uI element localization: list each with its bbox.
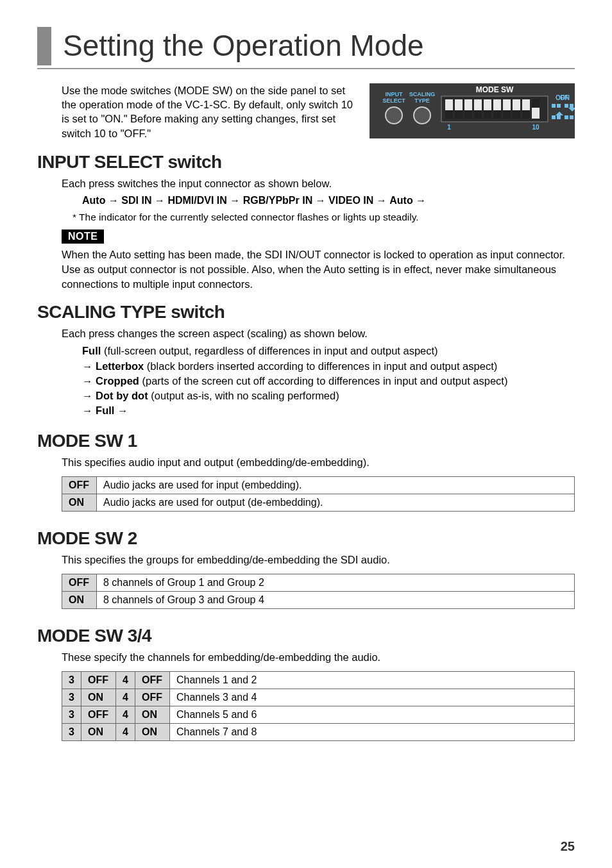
- page-title-block: Setting the Operation Mode: [37, 27, 575, 69]
- svg-rect-26: [565, 104, 568, 108]
- svg-rect-29: [570, 115, 574, 119]
- svg-rect-13: [493, 110, 501, 119]
- svg-rect-24: [552, 115, 556, 119]
- table-col-4-label: 4: [116, 689, 135, 706]
- table-value: Channels 5 and 6: [170, 706, 575, 724]
- input-select-body: Each press switches the input connector …: [62, 176, 575, 191]
- scaling-type-list: Full (full-screen output, regardless of …: [82, 344, 575, 417]
- dip-tick-10: 10: [532, 124, 540, 131]
- table-col-3-label: 3: [62, 706, 81, 724]
- table-col-3-label: 3: [62, 689, 81, 706]
- mode-sw2-table: OFF8 channels of Group 1 and Group 2ON8 …: [62, 574, 575, 609]
- table-col-3-label: 3: [62, 724, 81, 741]
- svg-rect-11: [484, 110, 491, 119]
- table-key: ON: [62, 592, 97, 609]
- table-key: OFF: [62, 574, 97, 592]
- input-select-heading: INPUT SELECT switch: [37, 152, 575, 172]
- scaling-type-label-2: TYPE: [414, 97, 430, 104]
- mode-sw-panel-graphic: INPUT SELECT SCALING TYPE MODE SW 1 10 O…: [370, 83, 575, 138]
- table-value: Channels 3 and 4: [170, 689, 575, 706]
- svg-rect-21: [532, 99, 540, 108]
- table-col-4-label: 4: [116, 672, 135, 689]
- table-col-3-value: OFF: [81, 706, 116, 724]
- svg-rect-5: [455, 110, 463, 119]
- mode-sw34-body: These specify the channels for embedding…: [62, 650, 575, 665]
- mode-sw-label: MODE SW: [476, 85, 514, 94]
- table-row: 3ON4ONChannels 7 and 8: [62, 724, 575, 741]
- table-col-4-value: ON: [135, 706, 170, 724]
- input-select-label: INPUT: [386, 91, 404, 97]
- mode-sw34-heading: MODE SW 3/4: [37, 626, 575, 646]
- svg-rect-22: [552, 104, 556, 108]
- table-col-4-value: OFF: [135, 689, 170, 706]
- input-select-label-2: SELECT: [382, 97, 405, 104]
- scaling-type-label: SCALING: [409, 91, 436, 97]
- scaling-list-item: → Dot by dot (output as-is, with no scal…: [82, 388, 575, 403]
- intro-text: Use the mode switches (MODE SW) on the s…: [62, 83, 357, 140]
- svg-rect-25: [557, 115, 561, 119]
- table-col-3-value: ON: [81, 724, 116, 741]
- mode-sw34-table: 3OFF4OFFChannels 1 and 23ON4OFFChannels …: [62, 671, 575, 741]
- page-title: Setting the Operation Mode: [63, 27, 424, 65]
- on-label: ON: [560, 94, 570, 101]
- scaling-type-heading: SCALING TYPE switch: [37, 302, 575, 322]
- table-col-4-value: OFF: [135, 672, 170, 689]
- table-key: ON: [62, 494, 97, 511]
- table-row: OFF8 channels of Group 1 and Group 2: [62, 574, 575, 592]
- table-row: 3OFF4ONChannels 5 and 6: [62, 706, 575, 724]
- mode-sw2-body: This specifies the groups for embedding/…: [62, 553, 575, 567]
- table-col-3-label: 3: [62, 672, 81, 689]
- table-col-3-value: OFF: [81, 672, 116, 689]
- table-col-4-label: 4: [116, 724, 135, 741]
- table-row: OFFAudio jacks are used for input (embed…: [62, 476, 575, 494]
- table-col-4-value: ON: [135, 724, 170, 741]
- scaling-list-item: → Full →: [82, 403, 575, 418]
- svg-rect-17: [513, 110, 520, 119]
- title-accent-bar: [37, 27, 51, 65]
- table-value: Audio jacks are used for output (de-embe…: [97, 494, 575, 511]
- svg-rect-9: [474, 110, 482, 119]
- table-value: Channels 7 and 8: [170, 724, 575, 741]
- table-row: ON8 channels of Group 3 and Group 4: [62, 592, 575, 609]
- svg-rect-28: [565, 115, 568, 119]
- mode-sw1-table: OFFAudio jacks are used for input (embed…: [62, 476, 575, 512]
- svg-rect-7: [464, 110, 472, 119]
- svg-rect-3: [445, 110, 453, 119]
- scaling-list-item: → Letterbox (black borders inserted acco…: [82, 359, 575, 374]
- dip-tick-1: 1: [447, 124, 451, 131]
- mode-sw1-body: This specifies audio input and output (e…: [62, 455, 575, 470]
- input-select-button-icon: [386, 107, 402, 124]
- table-col-3-value: ON: [81, 689, 116, 706]
- table-value: Audio jacks are used for input (embeddin…: [97, 476, 575, 494]
- table-value: 8 channels of Group 1 and Group 2: [97, 574, 575, 592]
- scaling-type-body: Each press changes the screen aspect (sc…: [62, 326, 575, 341]
- scaling-list-item: → Cropped (parts of the screen cut off a…: [82, 374, 575, 388]
- scaling-type-button-icon: [414, 107, 430, 124]
- page-number: 25: [561, 839, 575, 854]
- table-row: 3OFF4OFFChannels 1 and 2: [62, 672, 575, 689]
- input-select-footnote: * The indicator for the currently select…: [72, 210, 575, 224]
- table-key: OFF: [62, 476, 97, 494]
- note-badge: NOTE: [62, 230, 104, 244]
- intro-row: Use the mode switches (MODE SW) on the s…: [62, 83, 575, 140]
- input-select-note-text: When the Auto setting has been made, the…: [62, 247, 575, 292]
- table-value: Channels 1 and 2: [170, 672, 575, 689]
- mode-sw2-heading: MODE SW 2: [37, 528, 575, 549]
- table-row: ONAudio jacks are used for output (de-em…: [62, 494, 575, 511]
- table-row: 3ON4OFFChannels 3 and 4: [62, 689, 575, 706]
- svg-rect-27: [570, 104, 574, 108]
- mode-sw1-heading: MODE SW 1: [37, 431, 575, 451]
- table-value: 8 channels of Group 3 and Group 4: [97, 592, 575, 609]
- svg-rect-19: [522, 110, 530, 119]
- scaling-list-item: Full (full-screen output, regardless of …: [82, 344, 575, 358]
- svg-rect-15: [503, 110, 511, 119]
- table-col-4-label: 4: [116, 706, 135, 724]
- input-select-sequence: Auto → SDI IN → HDMI/DVI IN → RGB/YPbPr …: [82, 194, 575, 208]
- svg-rect-23: [557, 104, 561, 108]
